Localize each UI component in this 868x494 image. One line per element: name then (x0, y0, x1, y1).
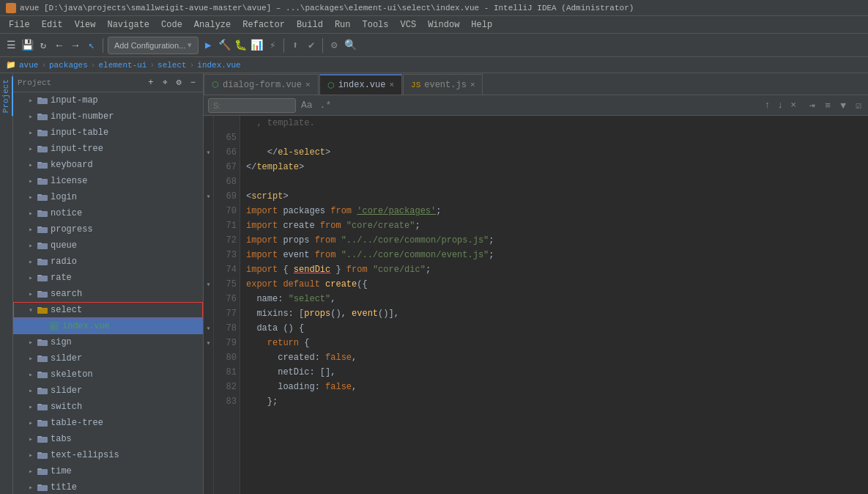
tab-dialog-form-close[interactable]: × (305, 81, 311, 89)
tab-event-js-close[interactable]: × (470, 81, 475, 89)
sidebar-item-table-tree[interactable]: ▸table-tree (13, 415, 203, 431)
tree-arrow-title[interactable]: ▸ (25, 483, 37, 492)
toolbar-save-icon[interactable]: 💾 (21, 39, 34, 52)
menu-refactor[interactable]: Refactor (237, 18, 291, 32)
tree-arrow-sign[interactable]: ▸ (25, 338, 37, 347)
breadcrumb-avue[interactable]: avue (19, 61, 38, 70)
sidebar-item-input-map[interactable]: ▸input-map (13, 92, 203, 108)
tree-arrow-input-number[interactable]: ▸ (25, 112, 37, 121)
tree-arrow-radio[interactable]: ▸ (25, 257, 37, 266)
sidebar-item-tabs[interactable]: ▸tabs (13, 431, 203, 447)
sidebar-item-search[interactable]: ▸search (13, 286, 203, 302)
tree-arrow-slider[interactable]: ▸ (25, 386, 37, 395)
debug-icon[interactable]: 🐛 (234, 39, 247, 52)
breadcrumb-element-ui[interactable]: element-ui (98, 61, 146, 70)
regex-btn[interactable]: .* (318, 99, 334, 111)
sidebar-item-time[interactable]: ▸time (13, 463, 203, 479)
menu-code[interactable]: Code (155, 18, 188, 32)
sidebar-scroll-icon[interactable]: ⌖ (160, 76, 171, 89)
tree-arrow-progress[interactable]: ▸ (25, 225, 37, 234)
sidebar-item-license[interactable]: ▸license (13, 173, 203, 189)
menu-edit[interactable]: Edit (36, 18, 69, 32)
project-tab-label[interactable]: Project (0, 76, 13, 116)
indent-btn[interactable]: ⇥ (807, 100, 817, 112)
sidebar-item-slider[interactable]: ▸slider (13, 383, 203, 399)
search-everywhere-icon[interactable]: 🔍 (344, 39, 357, 52)
tree-arrow-keyboard[interactable]: ▸ (25, 161, 37, 169)
vcs-icon[interactable]: ⬆ (289, 39, 302, 52)
tree-arrow-search[interactable]: ▸ (25, 290, 37, 298)
tab-index-vue-close[interactable]: × (389, 81, 394, 89)
menu-vcs[interactable]: VCS (395, 18, 423, 32)
sidebar-item-progress[interactable]: ▸progress (13, 221, 203, 237)
sidebar-item-radio[interactable]: ▸radio (13, 254, 203, 270)
tree-arrow-rate[interactable]: ▸ (25, 273, 37, 282)
tab-dialog-form[interactable]: ⬡ dialog-form.vue × (204, 74, 319, 95)
fold-icon-75[interactable]: ▾ (204, 277, 213, 292)
next-occurrence-btn[interactable]: ↓ (775, 99, 785, 111)
sidebar-item-input-tree[interactable]: ▸input-tree (13, 141, 203, 157)
tree-arrow-license[interactable]: ▸ (25, 177, 37, 185)
tree-arrow-input-map[interactable]: ▸ (25, 96, 37, 105)
sidebar-item-input-table[interactable]: ▸input-table (13, 125, 203, 141)
menu-build[interactable]: Build (291, 18, 329, 32)
menu-view[interactable]: View (69, 18, 102, 32)
tree-arrow-table-tree[interactable]: ▸ (25, 419, 37, 427)
menu-window[interactable]: Window (422, 18, 465, 32)
tree-arrow-time[interactable]: ▸ (25, 467, 37, 476)
fold-icon-69[interactable]: ▾ (204, 189, 213, 204)
sidebar-item-select[interactable]: ▾select (13, 302, 203, 318)
sidebar-item-notice[interactable]: ▸notice (13, 205, 203, 221)
breadcrumb-packages[interactable]: packages (49, 61, 88, 70)
toolbar-back-icon[interactable]: ← (53, 39, 66, 52)
commit-icon[interactable]: ✔ (305, 39, 318, 52)
match-case-btn[interactable]: Aa (299, 99, 315, 111)
tab-index-vue[interactable]: ⬡ index.vue × (319, 74, 402, 95)
fold-icon-79[interactable]: ▾ (204, 336, 213, 350)
settings-icon[interactable]: ⚙ (327, 39, 341, 52)
tree-arrow-login[interactable]: ▸ (25, 193, 37, 202)
tree-arrow-select[interactable]: ▾ (25, 306, 37, 314)
tree-arrow-notice[interactable]: ▸ (25, 209, 37, 218)
menu-tools[interactable]: Tools (357, 18, 395, 32)
menu-analyze[interactable]: Analyze (188, 18, 237, 32)
toolbar-menu-icon[interactable]: ☰ (4, 39, 18, 52)
sidebar-item-index-vue[interactable]: Vindex.vue (13, 318, 203, 334)
fold-icon-78[interactable]: ▾ (204, 321, 213, 336)
sidebar-item-skeleton[interactable]: ▸skeleton (13, 366, 203, 383)
breadcrumb-file[interactable]: index.vue (197, 61, 240, 70)
toolbar-sync-icon[interactable]: ↻ (37, 39, 50, 52)
sidebar-collapse-icon[interactable]: − (188, 76, 199, 89)
sidebar-item-keyboard[interactable]: ▸keyboard (13, 157, 203, 173)
tab-event-js[interactable]: JS event.js × (403, 74, 483, 95)
close-search-btn[interactable]: × (788, 99, 798, 111)
profile-icon[interactable]: ⚡ (266, 39, 279, 52)
sidebar-item-text-ellipsis[interactable]: ▸text-ellipsis (13, 447, 203, 463)
breadcrumb-select[interactable]: select (157, 61, 187, 70)
menu-navigate[interactable]: Navigate (101, 18, 155, 32)
tree-arrow-input-tree[interactable]: ▸ (25, 144, 37, 153)
breadcrumb-btn[interactable]: ≡ (823, 100, 833, 112)
toggle-btn[interactable]: ☑ (853, 100, 864, 112)
sidebar-settings-icon[interactable]: ⚙ (174, 75, 185, 89)
build-icon[interactable]: 🔨 (218, 39, 231, 52)
filter-btn[interactable]: ▼ (838, 100, 848, 112)
sidebar-new-icon[interactable]: + (145, 76, 156, 89)
tree-arrow-skeleton[interactable]: ▸ (25, 370, 37, 379)
tree-arrow-switch[interactable]: ▸ (25, 402, 37, 411)
editor-search-input[interactable] (208, 98, 296, 113)
menu-run[interactable]: Run (329, 18, 357, 32)
fold-icon-66[interactable]: ▾ (204, 145, 213, 160)
code-editor[interactable]: ▾▾▾▾▾ 6566676869707172737475767778798081… (204, 116, 868, 494)
sidebar-item-rate[interactable]: ▸rate (13, 270, 203, 286)
tree-arrow-input-table[interactable]: ▸ (25, 128, 37, 137)
sidebar-item-input-number[interactable]: ▸input-number (13, 108, 203, 125)
menu-file[interactable]: File (3, 18, 36, 32)
tree-arrow-silder[interactable]: ▸ (25, 354, 37, 363)
tree-arrow-text-ellipsis[interactable]: ▸ (25, 451, 37, 460)
tree-arrow-tabs[interactable]: ▸ (25, 435, 37, 443)
menu-help[interactable]: Help (465, 18, 498, 32)
sidebar-item-sign[interactable]: ▸sign (13, 334, 203, 350)
tree-arrow-queue[interactable]: ▸ (25, 241, 37, 250)
add-configuration-button[interactable]: Add Configuration... ▾ (108, 37, 199, 54)
